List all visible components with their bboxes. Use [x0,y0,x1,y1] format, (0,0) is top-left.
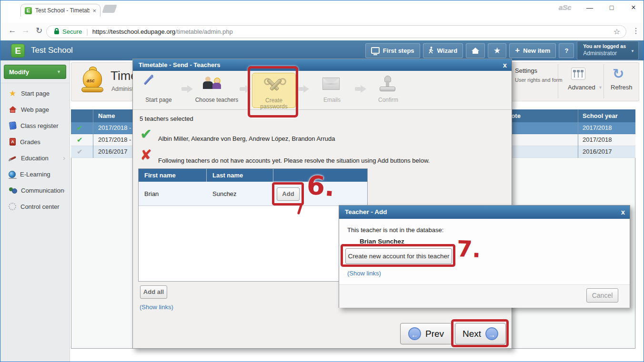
chevron-right-icon: › [63,154,65,162]
dialog-footer: Cancel [339,284,630,308]
close-icon[interactable]: × [624,1,644,14]
plus-icon: + [515,47,520,54]
close-icon[interactable]: x [503,59,507,71]
forward-icon: → [20,26,32,35]
refresh-icon[interactable]: ↻ [613,66,624,82]
dialog-title: Timetable - Send - Teachers [139,61,220,68]
tools-icon [9,154,17,162]
chevron-down-icon: ▼ [631,49,634,53]
show-links-link[interactable]: (Show links) [140,303,173,311]
column-header-first-name: First name [144,172,176,179]
secure-label: Secure [62,28,82,35]
edupage-logo: E [11,44,25,58]
refresh-button[interactable]: Refresh [611,84,633,91]
wizard-step-emails: Emails [310,73,354,108]
tab-close-icon[interactable]: × [92,7,96,14]
toolbar-divider [558,64,558,98]
new-tab-button[interactable] [102,5,117,13]
modify-dropdown[interactable]: Modify ▼ [4,65,66,79]
column-header-school-year: School year [583,112,618,119]
star-icon: ★ [9,89,17,98]
logged-as-dropdown[interactable]: You are logged as Administrator ▼ [577,41,639,60]
sidebar-item-control-center[interactable]: Control center [0,198,70,215]
missing-accounts-message: Following teachers do not have accounts … [158,157,430,164]
sidebar-item-start-page[interactable]: ★ Start page [0,85,70,101]
advanced-sliders-icon[interactable] [571,68,585,80]
star-icon: ★ [493,47,501,55]
cross-icon: ✘ [140,147,152,163]
browser-tab[interactable]: E Test School - Timetable × [20,4,101,17]
browser-menu-icon[interactable]: ⋮ [632,26,640,35]
back-icon[interactable]: ← [6,26,19,35]
check-icon[interactable]: ✔ [77,136,83,144]
show-links-link[interactable]: (Show links) [347,270,381,277]
bell-icon: asc [81,67,103,93]
annotation-number-6: 6. [305,170,336,203]
new-item-button[interactable]: + New item [509,43,556,58]
favicon: E [25,7,32,14]
sidebar-item-education[interactable]: Education › [0,150,70,166]
book-icon [9,121,17,130]
not-in-database-message: This teacher is not in the database: [347,226,443,234]
app-header: E Test School First steps Wizard ★ + New… [0,40,644,60]
lock-icon [54,30,59,34]
url-bar[interactable]: Secure | https://testschool.edupage.org … [46,25,626,38]
annotation-box-create-passwords [248,66,298,117]
check-icon: ✔ [140,126,152,142]
asc-watermark: aSc [559,3,572,11]
column-header-name: Name [98,112,115,119]
chevron-down-icon: ▼ [57,69,61,74]
first-steps-button[interactable]: First steps [365,43,420,58]
step-arrow-icon [355,85,367,93]
home-button[interactable] [466,43,485,58]
gear-icon [9,203,16,210]
wizard-step-start-page[interactable]: Start page [137,73,181,108]
globe-icon [9,171,16,178]
first-name-cell: Brian [144,190,159,197]
grades-book-icon [10,138,16,146]
sidebar-item-web-page[interactable]: Web page [0,101,70,117]
wizard-button[interactable]: Wizard [423,43,463,58]
step-arrow-icon [181,85,194,93]
tab-title: Test School - Timetable [35,7,90,14]
sidebar-item-elearning[interactable]: E-Learning [0,166,70,182]
url-domain: https://testschool.edupage.org [92,28,175,35]
walking-person-icon [429,47,434,54]
check-icon-unchecked[interactable]: ✔ [77,147,83,156]
logged-as-label: You are logged as [583,43,626,49]
wizard-step-choose-teachers[interactable]: Choose teachers [195,73,239,108]
reload-icon[interactable]: ↻ [33,26,45,36]
annotation-box-next-button [451,319,509,347]
sidebar-divider [0,83,70,83]
bookmark-star-icon[interactable]: ☆ [614,27,620,36]
people-icon [9,186,17,195]
sidebar-item-grades[interactable]: Grades [0,134,70,150]
cancel-button[interactable]: Cancel [586,288,618,303]
maximize-icon[interactable]: □ [602,1,622,14]
people-icon [195,75,239,96]
dialog-title-bar[interactable]: Timetable - Send - Teachers x [133,59,512,71]
advanced-button[interactable]: Advanced [568,84,595,91]
last-name-cell: Sunchez [212,190,237,197]
sidebar-item-communication[interactable]: Communication › [0,182,70,198]
check-icon[interactable]: ✔ [77,124,83,132]
favorites-button[interactable]: ★ [488,43,506,58]
help-button[interactable]: ? [559,43,574,58]
sidebar-item-class-register[interactable]: Class register [0,117,70,134]
table-column-divider [578,109,578,158]
url-path: /timetable/admin.php [175,28,233,35]
minimize-icon[interactable]: — [580,1,600,14]
annotation-number-7: 7. [456,235,481,263]
annotation-box-create-account [341,244,455,267]
screen-icon [371,47,380,54]
magic-wand-icon [137,75,181,96]
school-name: Test School [31,46,73,55]
close-icon[interactable]: x [621,205,625,219]
settings-title: Settings [515,67,537,74]
settings-subtitle: User rights and form [515,77,563,83]
table-column-divider [93,109,93,158]
add-all-button[interactable]: Add all [140,285,167,299]
prev-button[interactable]: ← Prev [400,323,452,344]
dialog-title-bar[interactable]: Teacher - Add x [339,205,630,219]
stamp-icon [366,75,410,96]
